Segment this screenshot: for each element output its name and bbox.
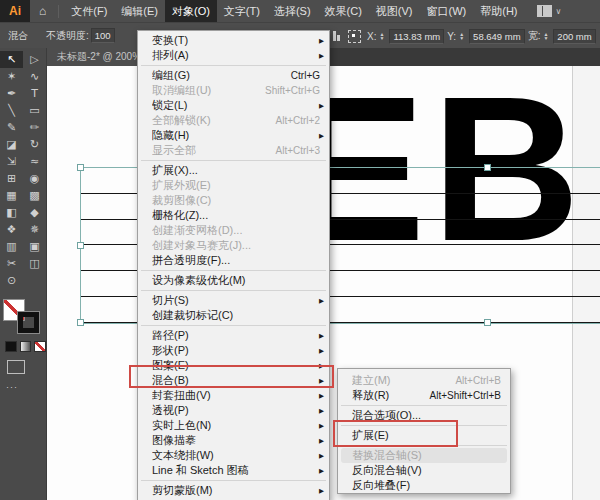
menu-item[interactable]: 建立(M)Alt+Ctrl+B xyxy=(338,373,510,388)
more-tools-icon[interactable]: ··· xyxy=(6,382,46,392)
selection-tool[interactable]: ↖ xyxy=(0,51,23,68)
magic-wand-tool[interactable]: ✶ xyxy=(0,68,23,85)
reference-point-icon[interactable] xyxy=(348,30,361,43)
menu-item[interactable]: 取消编组(U)Shift+Ctrl+G xyxy=(138,83,329,98)
drawing-mode-button[interactable] xyxy=(7,360,25,374)
column-graph-tool[interactable]: ▥ xyxy=(0,238,23,255)
type-tool[interactable]: T xyxy=(23,85,46,102)
opacity-input[interactable]: 100 xyxy=(91,28,115,43)
blend-tool[interactable]: ❖ xyxy=(0,221,23,238)
eraser-tool[interactable]: ◪ xyxy=(0,136,23,153)
menubar-item[interactable]: 窗口(W) xyxy=(420,0,474,22)
submenu-arrow-icon: ▶ xyxy=(319,487,324,495)
menu-item-shortcut: Ctrl+G xyxy=(291,70,320,81)
menubar-item[interactable]: 文件(F) xyxy=(64,0,114,22)
menubar-item[interactable]: 选择(S) xyxy=(267,0,318,22)
anchor-point[interactable] xyxy=(77,242,84,249)
menu-item[interactable]: 编组(G)Ctrl+G xyxy=(138,68,329,83)
width-stepper[interactable]: ▲▼ xyxy=(543,32,548,40)
paintbrush-tool[interactable]: ✎ xyxy=(0,119,23,136)
pencil-tool[interactable]: ✏ xyxy=(23,119,46,136)
menu-item[interactable]: 图像描摹▶ xyxy=(138,433,329,448)
zoom-tool[interactable]: ⊙ xyxy=(0,272,23,289)
line-segment-tool[interactable]: ╲ xyxy=(0,102,23,119)
menu-item[interactable]: 创建渐变网格(D)... xyxy=(138,223,329,238)
menu-item[interactable]: 封套扭曲(V)▶ xyxy=(138,388,329,403)
anchor-point[interactable] xyxy=(484,319,491,326)
document-tab[interactable]: 未标题-2* @ 200% xyxy=(47,48,151,66)
menubar-item[interactable]: 编辑(E) xyxy=(114,0,165,22)
menu-item[interactable]: 锁定(L)▶ xyxy=(138,98,329,113)
menubar-item[interactable]: 帮助(H) xyxy=(473,0,524,22)
shape-builder-tool[interactable]: ◉ xyxy=(23,170,46,187)
stroke-swatch[interactable] xyxy=(18,312,39,333)
menu-item[interactable]: 裁剪图像(C) xyxy=(138,193,329,208)
gradient-button[interactable] xyxy=(20,341,32,352)
menubar-item[interactable]: 效果(C) xyxy=(318,0,369,22)
annotation-box-expand xyxy=(333,420,458,447)
workspace-switcher[interactable]: ∨ xyxy=(537,5,562,17)
menu-item[interactable]: 文本绕排(W)▶ xyxy=(138,448,329,463)
pen-tool[interactable]: ✒ xyxy=(0,85,23,102)
menu-item[interactable]: 形状(P)▶ xyxy=(138,343,329,358)
menu-item[interactable]: 扩展(X)... xyxy=(138,163,329,178)
lasso-tool[interactable]: ∿ xyxy=(23,68,46,85)
menubar-item[interactable]: 对象(O) xyxy=(165,0,217,22)
anchor-point[interactable] xyxy=(77,164,84,171)
menu-item-label: 封套扭曲(V) xyxy=(152,388,320,403)
menu-item[interactable]: 全部解锁(K)Alt+Ctrl+2 xyxy=(138,113,329,128)
slice-tool[interactable]: ✂ xyxy=(0,255,23,272)
menu-item[interactable]: 栅格化(Z)... xyxy=(138,208,329,223)
artboard-tool[interactable]: ▣ xyxy=(23,238,46,255)
gradient-tool[interactable]: ◧ xyxy=(0,204,23,221)
width-input[interactable]: 200 mm xyxy=(553,29,595,44)
home-icon[interactable]: ⌂ xyxy=(39,4,46,18)
menu-item[interactable]: 反向混合轴(V) xyxy=(338,463,510,478)
menu-item[interactable]: Line 和 Sketch 图稿▶ xyxy=(138,463,329,478)
menu-item[interactable]: 透视(P)▶ xyxy=(138,403,329,418)
menu-item[interactable]: 替换混合轴(S) xyxy=(341,448,507,463)
y-input[interactable]: 58.649 mm xyxy=(469,29,525,44)
y-stepper[interactable]: ▲▼ xyxy=(459,32,464,40)
x-label: X: xyxy=(367,31,376,42)
menu-item-label: 排列(A) xyxy=(152,48,320,63)
menu-item[interactable]: 拼合透明度(F)... xyxy=(138,253,329,268)
none-button[interactable] xyxy=(34,341,46,352)
menu-item[interactable]: 隐藏(H)▶ xyxy=(138,128,329,143)
menu-item[interactable]: 排列(A)▶ xyxy=(138,48,329,63)
color-button[interactable] xyxy=(5,341,17,352)
submenu-arrow-icon: ▶ xyxy=(319,332,324,340)
menu-item[interactable]: 反向堆叠(F) xyxy=(338,478,510,493)
x-input[interactable]: 113.83 mm xyxy=(389,29,444,44)
anchor-point[interactable] xyxy=(77,319,84,326)
eyedropper-tool[interactable]: ◆ xyxy=(23,204,46,221)
rectangle-tool[interactable]: ▭ xyxy=(23,102,46,119)
menu-item[interactable]: 变换(T)▶ xyxy=(138,33,329,48)
illustrator-logo[interactable]: Ai xyxy=(0,0,30,22)
perspective-grid-tool[interactable]: ▦ xyxy=(0,187,23,204)
free-transform-tool[interactable]: ⊞ xyxy=(0,170,23,187)
menubar-item[interactable]: 视图(V) xyxy=(369,0,420,22)
menu-item[interactable]: 路径(P)▶ xyxy=(138,328,329,343)
menu-item[interactable]: 设为像素级优化(M) xyxy=(138,273,329,288)
menu-item[interactable]: 剪切蒙版(M)▶ xyxy=(138,483,329,498)
menu-item[interactable]: 扩展外观(E) xyxy=(138,178,329,193)
menu-item[interactable]: 显示全部Alt+Ctrl+3 xyxy=(138,143,329,158)
menu-item[interactable]: 释放(R)Alt+Shift+Ctrl+B xyxy=(338,388,510,403)
menu-item[interactable]: 实时上色(N)▶ xyxy=(138,418,329,433)
direct-selection-tool[interactable]: ▷ xyxy=(23,51,46,68)
menubar-item[interactable]: 文字(T) xyxy=(217,0,267,22)
menu-item[interactable]: 创建对象马赛克(J)... xyxy=(138,238,329,253)
anchor-point[interactable] xyxy=(484,164,491,171)
hand-tool[interactable]: ◫ xyxy=(23,255,46,272)
rotate-tool[interactable]: ↻ xyxy=(23,136,46,153)
scale-tool[interactable]: ⇲ xyxy=(0,153,23,170)
menu-item-shortcut: Alt+Ctrl+2 xyxy=(276,115,320,126)
menu-item[interactable]: 创建裁切标记(C) xyxy=(138,308,329,323)
mesh-tool[interactable]: ▩ xyxy=(23,187,46,204)
menu-item[interactable]: 切片(S)▶ xyxy=(138,293,329,308)
align-icon[interactable] xyxy=(333,31,340,41)
x-stepper[interactable]: ▲▼ xyxy=(379,32,384,40)
width-tool[interactable]: ≈ xyxy=(23,153,46,170)
symbol-sprayer-tool[interactable]: ✵ xyxy=(23,221,46,238)
